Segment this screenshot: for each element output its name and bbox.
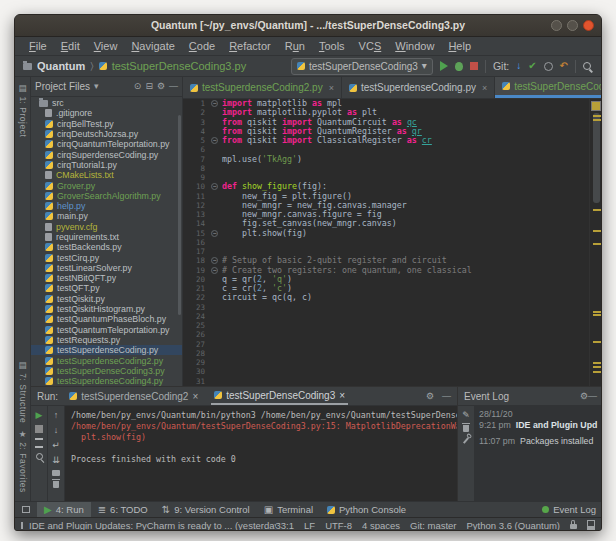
warning-mark[interactable] xyxy=(593,119,602,121)
status-item-lf[interactable]: LF xyxy=(304,520,315,531)
chevron-down-icon[interactable]: ▾ xyxy=(94,82,99,91)
status-item-33-1[interactable]: 33:1 xyxy=(276,520,295,531)
tree-item[interactable]: testQiskitHistogram.py xyxy=(31,304,182,314)
tree-item[interactable]: CMakeLists.txt xyxy=(31,170,182,180)
close-tab-icon[interactable]: × xyxy=(329,83,334,93)
tree-item[interactable]: testNBitQFT.py xyxy=(31,273,182,283)
sidebar-item-project[interactable]: ▤ 1: Project xyxy=(18,83,28,137)
menu-item-window[interactable]: Window xyxy=(389,39,440,53)
breadcrumb-file[interactable]: testSuperDenseCoding3.py xyxy=(112,60,247,72)
tree-item[interactable]: testQFT.py xyxy=(31,283,182,293)
sidebar-item-structure[interactable]: ▤ 7: Structure xyxy=(18,360,28,423)
history-icon[interactable] xyxy=(544,62,553,71)
tree-item[interactable]: testQiskit.py xyxy=(31,294,182,304)
close-tab-icon[interactable]: × xyxy=(482,83,487,93)
menu-item-code[interactable]: Code xyxy=(183,39,221,53)
clear-icon[interactable] xyxy=(53,481,59,488)
fold-marker-icon[interactable]: − xyxy=(211,257,218,264)
event-log-entry[interactable]: 9:21 pmIDE and Plugin Upd xyxy=(479,420,599,430)
stop-icon[interactable] xyxy=(35,425,43,433)
status-message[interactable]: IDE and Plugin Updates: PyCharm is ready… xyxy=(15,520,276,531)
tree-item[interactable]: .gitignore xyxy=(31,108,182,118)
menu-item-help[interactable]: Help xyxy=(442,39,477,53)
tree-item[interactable]: requirements.txt xyxy=(31,232,182,242)
warning-mark[interactable] xyxy=(593,366,602,368)
tree-item[interactable]: testLinearSolver.py xyxy=(31,263,182,273)
toolwindow-button-event-log[interactable]: Event Log xyxy=(535,502,602,517)
tree-item[interactable]: cirqSuperdenseCoding.py xyxy=(31,149,182,159)
error-stripe[interactable] xyxy=(589,99,602,386)
editor-tab[interactable]: testSuperdenseCoding2.py× xyxy=(183,77,342,98)
tree-item[interactable]: testRequests.py xyxy=(31,335,182,345)
menu-item-file[interactable]: File xyxy=(23,39,53,53)
run-configuration-select[interactable]: testSuperDenseCoding3 ▾ xyxy=(291,58,433,75)
run-console-output[interactable]: /home/ben/py_envs/Quantum/bin/python3 /h… xyxy=(65,406,457,501)
status-item-python-3-6-quantum-[interactable]: Python 3.6 (Quantum) xyxy=(467,520,560,531)
tree-item[interactable]: pyvenv.cfg xyxy=(31,222,182,232)
tree-item[interactable]: testQuantumPhaseBloch.py xyxy=(31,314,182,324)
close-button[interactable] xyxy=(583,20,594,31)
memory-indicator-icon[interactable] xyxy=(587,520,595,530)
fold-marker-icon[interactable]: − xyxy=(211,267,218,274)
sidebar-item-favorites[interactable]: ★ 2: Favorites xyxy=(18,429,28,493)
down-icon[interactable]: ↓ xyxy=(54,425,59,435)
status-item-4-spaces[interactable]: 4 spaces xyxy=(362,520,400,531)
breadcrumb-project[interactable]: Quantum xyxy=(37,60,85,72)
tree-item[interactable]: Grover.py xyxy=(31,180,182,190)
stop-button[interactable] xyxy=(470,62,478,70)
warning-mark[interactable] xyxy=(593,209,602,211)
mark-read-icon[interactable]: ✎ xyxy=(462,410,470,420)
warning-mark[interactable] xyxy=(593,115,602,117)
tree-item[interactable]: cirqQuantumTeleportation.py xyxy=(31,139,182,149)
layout-icon[interactable] xyxy=(35,438,43,448)
rerun-icon[interactable]: ▶ xyxy=(36,410,43,420)
warning-mark[interactable] xyxy=(593,311,602,313)
collapse-all-icon[interactable]: ⊟ xyxy=(145,82,153,91)
tree-item[interactable]: src xyxy=(31,98,182,108)
menu-item-vcs[interactable]: VCS xyxy=(353,39,388,53)
up-icon[interactable]: ↑ xyxy=(54,410,59,420)
toolwindow-switcher-icon[interactable] xyxy=(15,502,37,517)
hide-panel-icon[interactable]: — xyxy=(169,82,178,91)
tree-item[interactable]: main.py xyxy=(31,211,182,221)
menu-item-tools[interactable]: Tools xyxy=(313,39,351,53)
tree-item[interactable]: testSuperdenseCoding4.py xyxy=(31,376,182,386)
hide-panel-icon[interactable]: — xyxy=(442,392,451,401)
git-commit-icon[interactable]: ✔ xyxy=(528,61,536,71)
status-item-utf-8[interactable]: UTF-8 xyxy=(325,520,352,531)
run-button[interactable] xyxy=(440,61,448,71)
warning-mark[interactable] xyxy=(593,230,602,232)
settings-gear-icon[interactable]: ⚙ xyxy=(157,82,165,91)
soft-wrap-icon[interactable]: ↵ xyxy=(52,440,60,450)
menu-item-navigate[interactable]: Navigate xyxy=(125,39,180,53)
tree-item[interactable]: testSuperdenseCoding.py xyxy=(31,345,182,355)
pin-icon[interactable] xyxy=(36,453,43,460)
menu-item-refactor[interactable]: Refactor xyxy=(223,39,277,53)
locate-file-icon[interactable]: ⊙ xyxy=(134,82,142,91)
search-icon[interactable] xyxy=(583,62,591,70)
settings-gear-icon[interactable]: ⚙ xyxy=(426,392,434,401)
clear-icon[interactable] xyxy=(463,425,469,432)
print-icon[interactable] xyxy=(52,470,60,476)
debug-button[interactable] xyxy=(455,62,463,71)
minimize-button[interactable] xyxy=(551,20,562,31)
editor-tab[interactable]: testSuperDenseCoding3.py× xyxy=(495,77,602,98)
warning-mark[interactable] xyxy=(593,341,602,343)
close-tab-icon[interactable]: × xyxy=(192,391,198,402)
menu-item-edit[interactable]: Edit xyxy=(55,39,86,53)
toolwindow-button-python-console[interactable]: Python Console xyxy=(320,502,413,517)
toolwindow-button-6-todo[interactable]: ≣6: TODO xyxy=(91,502,155,517)
settings-gear-icon[interactable]: ⚙ xyxy=(580,392,588,401)
git-update-icon[interactable]: ↓ xyxy=(516,61,521,71)
tree-item[interactable]: testBackends.py xyxy=(31,242,182,252)
tree-item[interactable]: testCirq.py xyxy=(31,252,182,262)
rollback-icon[interactable]: ↶ xyxy=(560,61,568,71)
fold-marker-icon[interactable]: − xyxy=(211,137,218,144)
tree-scrollbar[interactable] xyxy=(178,115,181,315)
project-view-select[interactable]: Project Files xyxy=(35,81,90,92)
fold-marker-icon[interactable]: − xyxy=(211,230,218,237)
event-log-entry[interactable]: 11:07 pmPackages installed xyxy=(479,436,599,446)
tree-item[interactable]: cirqBellTest.py xyxy=(31,119,182,129)
file-warning-indicator[interactable] xyxy=(591,101,601,111)
fold-marker-icon[interactable]: − xyxy=(211,183,218,190)
